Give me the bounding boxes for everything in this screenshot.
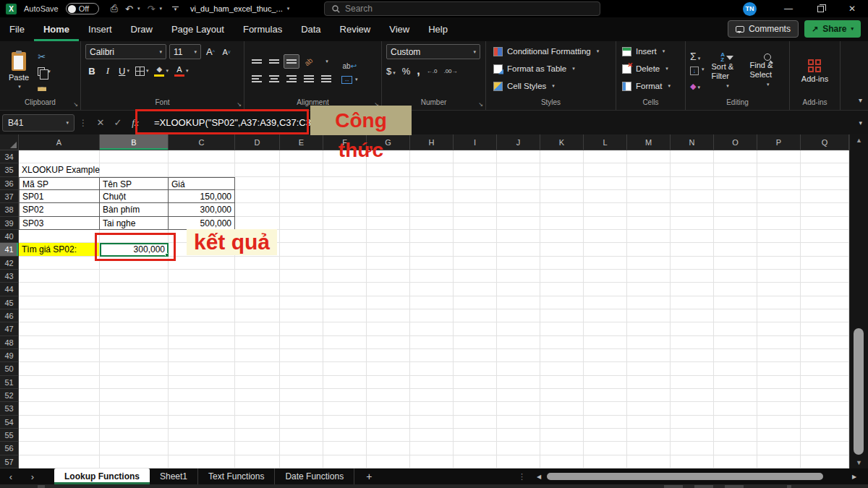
collapse-ribbon-button[interactable]: ▾ <box>859 96 862 104</box>
cell-H55[interactable] <box>410 429 454 442</box>
cell-F39[interactable] <box>323 217 367 230</box>
save-icon[interactable]: ⎙ <box>111 3 118 14</box>
cell-Q57[interactable] <box>801 455 849 468</box>
increase-font-button[interactable]: A^ <box>204 45 217 59</box>
cell-Q50[interactable] <box>801 362 849 375</box>
cell-L39[interactable] <box>584 217 627 230</box>
cell-L36[interactable] <box>584 177 627 190</box>
cell-H36[interactable] <box>410 177 454 190</box>
cell-Q51[interactable] <box>801 376 849 389</box>
format-painter-button[interactable] <box>38 81 51 93</box>
cell-P44[interactable] <box>757 283 801 296</box>
cell-C37[interactable]: 150,000 <box>169 190 235 203</box>
cell-N42[interactable] <box>671 257 714 270</box>
cell-D51[interactable] <box>235 376 280 389</box>
cell-M56[interactable] <box>627 442 671 455</box>
cell-A36[interactable]: Mã SP <box>19 177 100 190</box>
cell-I49[interactable] <box>454 349 497 362</box>
row-header-39[interactable]: 39 <box>0 217 19 230</box>
cell-N43[interactable] <box>671 270 714 283</box>
cell-O54[interactable] <box>714 416 757 429</box>
cell-K43[interactable] <box>540 270 584 283</box>
cell-O53[interactable] <box>714 402 757 415</box>
cell-L34[interactable] <box>584 150 627 163</box>
cell-H46[interactable] <box>410 309 454 322</box>
column-header-I[interactable]: I <box>454 134 497 150</box>
share-button[interactable]: ↗ Share ▾ <box>804 20 861 38</box>
cell-F44[interactable] <box>323 283 367 296</box>
cell-H47[interactable] <box>410 322 454 335</box>
cell-Q49[interactable] <box>801 349 849 362</box>
cell-M43[interactable] <box>627 270 671 283</box>
cell-G51[interactable] <box>367 376 410 389</box>
cell-K51[interactable] <box>540 376 584 389</box>
cell-I53[interactable] <box>454 402 497 415</box>
paste-button[interactable]: Paste ▾ <box>4 51 33 91</box>
cell-A43[interactable] <box>19 270 100 283</box>
row-header-43[interactable]: 43 <box>0 270 19 283</box>
cell-H56[interactable] <box>410 442 454 455</box>
cell-M47[interactable] <box>627 322 671 335</box>
cell-L37[interactable] <box>584 190 627 203</box>
cell-I46[interactable] <box>454 309 497 322</box>
cell-D42[interactable] <box>235 257 280 270</box>
cell-P43[interactable] <box>757 270 801 283</box>
cell-E45[interactable] <box>280 296 323 309</box>
cell-F54[interactable] <box>323 416 367 429</box>
cell-E39[interactable] <box>280 217 323 230</box>
cell-A48[interactable] <box>19 336 100 349</box>
cell-Q44[interactable] <box>801 283 849 296</box>
cell-J38[interactable] <box>497 203 540 216</box>
cell-C54[interactable] <box>169 416 235 429</box>
cell-P46[interactable] <box>757 309 801 322</box>
cell-Q47[interactable] <box>801 322 849 335</box>
cell-N49[interactable] <box>671 349 714 362</box>
conditional-formatting-button[interactable]: Conditional Formatting▾ <box>493 44 599 59</box>
cell-K49[interactable] <box>540 349 584 362</box>
cell-H53[interactable] <box>410 402 454 415</box>
cell-M52[interactable] <box>627 389 671 402</box>
bold-button[interactable]: B <box>85 64 98 78</box>
cell-Q46[interactable] <box>801 309 849 322</box>
ribbon-tab-view[interactable]: View <box>380 17 419 41</box>
cell-O41[interactable] <box>714 243 757 256</box>
cell-A50[interactable] <box>19 362 100 375</box>
cell-C57[interactable] <box>169 455 235 468</box>
cell-A53[interactable] <box>19 402 100 415</box>
currency-button[interactable]: $▾ <box>386 66 396 77</box>
ribbon-tab-home[interactable]: Home <box>34 17 79 41</box>
cell-L42[interactable] <box>584 257 627 270</box>
format-cells-button[interactable]: Format▾ <box>622 79 671 93</box>
row-header-35[interactable]: 35 <box>0 163 19 176</box>
row-header-46[interactable]: 46 <box>0 309 19 322</box>
cell-J43[interactable] <box>497 270 540 283</box>
cell-C35[interactable] <box>169 163 235 176</box>
percent-button[interactable]: % <box>402 66 411 77</box>
cell-E34[interactable] <box>280 150 323 163</box>
cell-J49[interactable] <box>497 349 540 362</box>
delete-cells-button[interactable]: Delete▾ <box>622 61 668 76</box>
cell-I57[interactable] <box>454 455 497 468</box>
cell-C48[interactable] <box>169 336 235 349</box>
cell-J41[interactable] <box>497 243 540 256</box>
cell-E42[interactable] <box>280 257 323 270</box>
cell-E55[interactable] <box>280 429 323 442</box>
cell-N41[interactable] <box>671 243 714 256</box>
cell-F50[interactable] <box>323 362 367 375</box>
cell-O45[interactable] <box>714 296 757 309</box>
cell-Q39[interactable] <box>801 217 849 230</box>
cell-M49[interactable] <box>627 349 671 362</box>
column-header-D[interactable]: D <box>235 134 280 150</box>
cell-H38[interactable] <box>410 203 454 216</box>
cell-F53[interactable] <box>323 402 367 415</box>
cell-H48[interactable] <box>410 336 454 349</box>
select-all-button[interactable] <box>0 134 19 150</box>
cell-N57[interactable] <box>671 455 714 468</box>
row-header-37[interactable]: 37 <box>0 190 19 203</box>
cell-I43[interactable] <box>454 270 497 283</box>
cell-E37[interactable] <box>280 190 323 203</box>
cell-A37[interactable]: SP01 <box>19 190 100 203</box>
cell-G48[interactable] <box>367 336 410 349</box>
cell-K54[interactable] <box>540 416 584 429</box>
cell-L43[interactable] <box>584 270 627 283</box>
